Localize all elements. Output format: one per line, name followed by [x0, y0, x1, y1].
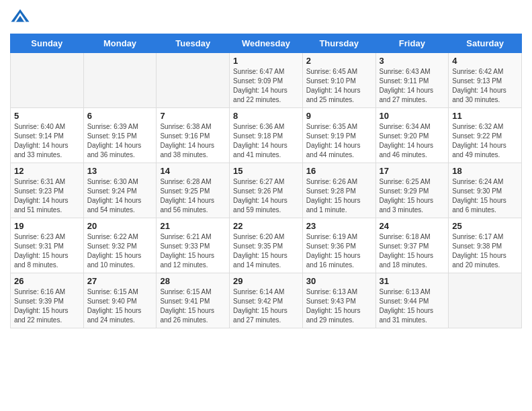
- calendar-cell: 31Sunrise: 6:13 AMSunset: 9:44 PMDayligh…: [375, 273, 449, 328]
- logo-icon: [10, 7, 30, 27]
- calendar-week-row: 5Sunrise: 6:40 AMSunset: 9:14 PMDaylight…: [11, 108, 522, 163]
- calendar-cell: 8Sunrise: 6:36 AMSunset: 9:18 PMDaylight…: [230, 108, 303, 163]
- calendar-cell: 9Sunrise: 6:35 AMSunset: 9:19 PMDaylight…: [302, 108, 375, 163]
- weekday-header-sunday: Sunday: [11, 34, 84, 53]
- day-info: Sunrise: 6:27 AMSunset: 9:26 PMDaylight:…: [233, 177, 299, 215]
- day-number: 12: [14, 166, 80, 176]
- calendar-header: SundayMondayTuesdayWednesdayThursdayFrid…: [11, 34, 522, 53]
- day-number: 18: [452, 166, 518, 176]
- day-info: Sunrise: 6:21 AMSunset: 9:33 PMDaylight:…: [160, 232, 226, 270]
- calendar-cell: 29Sunrise: 6:14 AMSunset: 9:42 PMDayligh…: [230, 273, 303, 328]
- calendar-cell: 23Sunrise: 6:19 AMSunset: 9:36 PMDayligh…: [302, 218, 375, 273]
- day-info: Sunrise: 6:32 AMSunset: 9:22 PMDaylight:…: [452, 122, 518, 160]
- day-number: 28: [160, 276, 226, 286]
- calendar-cell: 2Sunrise: 6:45 AMSunset: 9:10 PMDaylight…: [302, 53, 375, 108]
- day-info: Sunrise: 6:34 AMSunset: 9:20 PMDaylight:…: [380, 122, 445, 160]
- day-number: 9: [306, 111, 372, 121]
- calendar-cell: 5Sunrise: 6:40 AMSunset: 9:14 PMDaylight…: [11, 108, 84, 163]
- day-info: Sunrise: 6:26 AMSunset: 9:28 PMDaylight:…: [306, 177, 372, 215]
- day-number: 16: [306, 166, 372, 176]
- weekday-header-tuesday: Tuesday: [157, 34, 230, 53]
- day-info: Sunrise: 6:13 AMSunset: 9:44 PMDaylight:…: [380, 287, 445, 325]
- calendar-cell: [83, 53, 157, 108]
- calendar-table: SundayMondayTuesdayWednesdayThursdayFrid…: [10, 34, 522, 328]
- day-info: Sunrise: 6:31 AMSunset: 9:23 PMDaylight:…: [14, 177, 80, 215]
- day-info: Sunrise: 6:38 AMSunset: 9:16 PMDaylight:…: [160, 122, 226, 160]
- day-info: Sunrise: 6:43 AMSunset: 9:11 PMDaylight:…: [380, 67, 445, 105]
- day-number: 31: [380, 276, 445, 286]
- calendar-cell: 16Sunrise: 6:26 AMSunset: 9:28 PMDayligh…: [302, 163, 375, 218]
- day-info: Sunrise: 6:39 AMSunset: 9:15 PMDaylight:…: [87, 122, 153, 160]
- weekday-header-monday: Monday: [83, 34, 157, 53]
- page-container: SundayMondayTuesdayWednesdayThursdayFrid…: [0, 0, 532, 338]
- day-number: 13: [87, 166, 153, 176]
- day-number: 10: [380, 111, 445, 121]
- calendar-cell: 25Sunrise: 6:17 AMSunset: 9:38 PMDayligh…: [449, 218, 522, 273]
- day-info: Sunrise: 6:28 AMSunset: 9:25 PMDaylight:…: [160, 177, 226, 215]
- day-number: 24: [380, 221, 445, 231]
- calendar-cell: 13Sunrise: 6:30 AMSunset: 9:24 PMDayligh…: [83, 163, 157, 218]
- calendar-cell: [157, 53, 230, 108]
- day-info: Sunrise: 6:24 AMSunset: 9:30 PMDaylight:…: [452, 177, 518, 215]
- calendar-cell: 11Sunrise: 6:32 AMSunset: 9:22 PMDayligh…: [449, 108, 522, 163]
- day-info: Sunrise: 6:25 AMSunset: 9:29 PMDaylight:…: [380, 177, 445, 215]
- calendar-cell: 21Sunrise: 6:21 AMSunset: 9:33 PMDayligh…: [157, 218, 230, 273]
- calendar-cell: 22Sunrise: 6:20 AMSunset: 9:35 PMDayligh…: [230, 218, 303, 273]
- day-info: Sunrise: 6:22 AMSunset: 9:32 PMDaylight:…: [87, 232, 153, 270]
- day-number: 23: [306, 221, 372, 231]
- calendar-cell: 19Sunrise: 6:23 AMSunset: 9:31 PMDayligh…: [11, 218, 84, 273]
- day-number: 27: [87, 276, 153, 286]
- logo: [10, 7, 33, 27]
- calendar-cell: 26Sunrise: 6:16 AMSunset: 9:39 PMDayligh…: [11, 273, 84, 328]
- calendar-cell: [11, 53, 84, 108]
- day-number: 8: [233, 111, 299, 121]
- day-number: 2: [306, 56, 372, 66]
- calendar-body: 1Sunrise: 6:47 AMSunset: 9:09 PMDaylight…: [11, 53, 522, 328]
- calendar-cell: 30Sunrise: 6:13 AMSunset: 9:43 PMDayligh…: [302, 273, 375, 328]
- day-info: Sunrise: 6:15 AMSunset: 9:41 PMDaylight:…: [160, 287, 226, 325]
- day-info: Sunrise: 6:23 AMSunset: 9:31 PMDaylight:…: [14, 232, 80, 270]
- calendar-cell: 18Sunrise: 6:24 AMSunset: 9:30 PMDayligh…: [449, 163, 522, 218]
- day-info: Sunrise: 6:13 AMSunset: 9:43 PMDaylight:…: [306, 287, 372, 325]
- calendar-cell: 28Sunrise: 6:15 AMSunset: 9:41 PMDayligh…: [157, 273, 230, 328]
- day-number: 29: [233, 276, 299, 286]
- calendar-cell: 14Sunrise: 6:28 AMSunset: 9:25 PMDayligh…: [157, 163, 230, 218]
- day-info: Sunrise: 6:35 AMSunset: 9:19 PMDaylight:…: [306, 122, 372, 160]
- day-info: Sunrise: 6:17 AMSunset: 9:38 PMDaylight:…: [452, 232, 518, 270]
- day-number: 26: [14, 276, 80, 286]
- day-number: 30: [306, 276, 372, 286]
- calendar-cell: 12Sunrise: 6:31 AMSunset: 9:23 PMDayligh…: [11, 163, 84, 218]
- day-number: 21: [160, 221, 226, 231]
- day-number: 6: [87, 111, 153, 121]
- day-number: 15: [233, 166, 299, 176]
- weekday-header-friday: Friday: [375, 34, 449, 53]
- day-info: Sunrise: 6:15 AMSunset: 9:40 PMDaylight:…: [87, 287, 153, 325]
- calendar-week-row: 12Sunrise: 6:31 AMSunset: 9:23 PMDayligh…: [11, 163, 522, 218]
- day-info: Sunrise: 6:19 AMSunset: 9:36 PMDaylight:…: [306, 232, 372, 270]
- calendar-cell: [449, 273, 522, 328]
- day-number: 4: [452, 56, 518, 66]
- calendar-cell: 27Sunrise: 6:15 AMSunset: 9:40 PMDayligh…: [83, 273, 157, 328]
- weekday-header-row: SundayMondayTuesdayWednesdayThursdayFrid…: [11, 34, 522, 53]
- day-number: 11: [452, 111, 518, 121]
- day-number: 20: [87, 221, 153, 231]
- calendar-cell: 24Sunrise: 6:18 AMSunset: 9:37 PMDayligh…: [375, 218, 449, 273]
- day-info: Sunrise: 6:36 AMSunset: 9:18 PMDaylight:…: [233, 122, 299, 160]
- day-number: 7: [160, 111, 226, 121]
- calendar-cell: 3Sunrise: 6:43 AMSunset: 9:11 PMDaylight…: [375, 53, 449, 108]
- day-number: 1: [233, 56, 299, 66]
- calendar-cell: 1Sunrise: 6:47 AMSunset: 9:09 PMDaylight…: [230, 53, 303, 108]
- day-info: Sunrise: 6:40 AMSunset: 9:14 PMDaylight:…: [14, 122, 80, 160]
- day-info: Sunrise: 6:18 AMSunset: 9:37 PMDaylight:…: [380, 232, 445, 270]
- calendar-cell: 10Sunrise: 6:34 AMSunset: 9:20 PMDayligh…: [375, 108, 449, 163]
- header: [10, 7, 522, 27]
- weekday-header-saturday: Saturday: [449, 34, 522, 53]
- day-info: Sunrise: 6:20 AMSunset: 9:35 PMDaylight:…: [233, 232, 299, 270]
- calendar-week-row: 26Sunrise: 6:16 AMSunset: 9:39 PMDayligh…: [11, 273, 522, 328]
- day-info: Sunrise: 6:30 AMSunset: 9:24 PMDaylight:…: [87, 177, 153, 215]
- calendar-cell: 6Sunrise: 6:39 AMSunset: 9:15 PMDaylight…: [83, 108, 157, 163]
- calendar-cell: 20Sunrise: 6:22 AMSunset: 9:32 PMDayligh…: [83, 218, 157, 273]
- day-number: 22: [233, 221, 299, 231]
- day-info: Sunrise: 6:45 AMSunset: 9:10 PMDaylight:…: [306, 67, 372, 105]
- day-info: Sunrise: 6:42 AMSunset: 9:13 PMDaylight:…: [452, 67, 518, 105]
